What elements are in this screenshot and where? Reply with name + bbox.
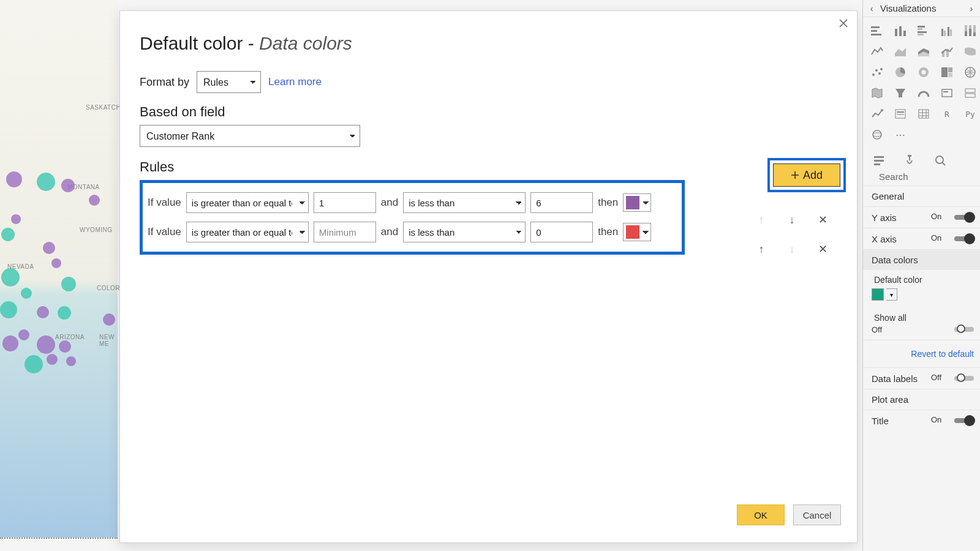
search-field[interactable]: Search: [879, 171, 975, 182]
visualizations-panel: ‹ Visualizations › R Py ⋯: [862, 0, 980, 551]
viz-clustered-column-icon[interactable]: [937, 22, 957, 39]
plus-icon: [791, 171, 799, 179]
viz-stacked-bar-icon[interactable]: [867, 22, 888, 39]
prop-data-colors[interactable]: Data colors: [863, 249, 980, 270]
prop-data-labels[interactable]: Data labels Off: [863, 367, 980, 389]
viz-map-icon[interactable]: [960, 64, 980, 81]
prop-general[interactable]: General: [863, 186, 980, 206]
svg-rect-19: [973, 32, 976, 36]
based-on-field-label: Based on field: [140, 104, 840, 120]
viz-python-icon[interactable]: Py: [960, 105, 980, 122]
viz-card-icon[interactable]: [937, 84, 957, 102]
svg-line-53: [942, 162, 945, 165]
viz-slicer-icon[interactable]: [890, 105, 911, 122]
toggle-x-axis[interactable]: On: [947, 233, 974, 244]
rule-move-down: ↓: [785, 242, 799, 256]
rule-move-up[interactable]: ↑: [755, 242, 768, 256]
viz-more-icon[interactable]: ⋯: [890, 126, 911, 143]
rule-value-2[interactable]: [530, 222, 593, 242]
and-label: and: [381, 226, 398, 238]
rule-value-1[interactable]: [314, 222, 376, 242]
rule-value-2[interactable]: [530, 192, 593, 213]
viz-donut-icon[interactable]: [913, 64, 934, 81]
toggle-data-labels[interactable]: Off: [947, 373, 974, 384]
viz-100-stacked-icon[interactable]: [960, 22, 980, 39]
and-label: and: [381, 197, 398, 209]
viz-table-icon[interactable]: [913, 105, 934, 122]
viz-gauge-icon[interactable]: [913, 84, 934, 102]
rules-label: Rules: [140, 159, 840, 175]
viz-combo-icon[interactable]: [937, 43, 957, 60]
rule-row: If value is greater than or equal to and…: [148, 217, 677, 247]
color-chip: [626, 196, 639, 209]
toggle-show-all[interactable]: [947, 324, 974, 335]
rule-operator-2[interactable]: is less than: [403, 192, 526, 213]
learn-more-link[interactable]: Learn more: [268, 76, 322, 88]
chevron-down-icon[interactable]: ▾: [886, 288, 897, 301]
default-color-picker[interactable]: ▾: [863, 285, 980, 307]
fields-pane-icon[interactable]: [873, 154, 885, 167]
analytics-pane-icon[interactable]: [934, 154, 946, 167]
svg-rect-50: [874, 163, 880, 165]
prop-x-axis[interactable]: X axis On: [863, 228, 980, 249]
viz-stacked-column-icon[interactable]: [890, 22, 911, 39]
panel-collapse-left[interactable]: ‹: [865, 4, 878, 13]
viz-pie-icon[interactable]: [890, 64, 911, 81]
viz-line-icon[interactable]: [867, 43, 888, 60]
ok-button[interactable]: OK: [737, 504, 785, 525]
map-label: COLOR: [97, 285, 120, 291]
prop-plot-area[interactable]: Plot area: [863, 389, 980, 410]
map-label: SASKATCH: [86, 104, 121, 111]
svg-rect-0: [871, 26, 880, 28]
viz-kpi-icon[interactable]: [867, 105, 888, 122]
then-label: then: [598, 226, 618, 238]
viz-funnel-icon[interactable]: [890, 84, 911, 102]
svg-rect-13: [950, 29, 952, 36]
rule-color-picker[interactable]: [623, 223, 651, 241]
viz-clustered-bar-icon[interactable]: [913, 22, 934, 39]
toggle-y-axis[interactable]: On: [947, 212, 974, 223]
svg-rect-44: [897, 114, 904, 115]
rule-operator-1[interactable]: is greater than or equal to: [186, 222, 309, 242]
pane-switcher: [863, 149, 980, 169]
based-on-field-select[interactable]: Customer Rank: [140, 125, 360, 147]
prop-y-axis[interactable]: Y axis On: [863, 206, 980, 228]
viz-r-script-icon[interactable]: R: [937, 105, 957, 122]
add-rule-button[interactable]: Add: [773, 163, 840, 187]
viz-treemap-icon[interactable]: [937, 64, 957, 81]
svg-point-31: [922, 70, 926, 75]
prop-title[interactable]: Title On: [863, 410, 980, 431]
revert-to-default[interactable]: Revert to default: [863, 340, 980, 367]
viz-scatter-icon[interactable]: [867, 64, 888, 81]
rule-delete[interactable]: ✕: [816, 213, 829, 227]
rule-value-1[interactable]: [314, 192, 376, 213]
rules-container-highlight: If value is greater than or equal to and…: [140, 180, 685, 255]
add-rule-highlight: Add: [767, 158, 846, 192]
svg-rect-4: [899, 26, 902, 36]
svg-rect-34: [948, 73, 952, 77]
map-label: NEW ME: [99, 334, 118, 347]
dialog-title-sub: Data colors: [259, 33, 352, 53]
toggle-title[interactable]: On: [947, 415, 974, 426]
panel-collapse-right[interactable]: ›: [965, 4, 978, 13]
svg-rect-5: [903, 31, 906, 36]
viz-multirow-card-icon[interactable]: [960, 84, 980, 102]
dialog-title: Default color - Data colors: [140, 33, 840, 54]
svg-rect-37: [942, 89, 952, 97]
viz-ribbon-icon[interactable]: [960, 43, 980, 60]
svg-rect-6: [918, 26, 925, 28]
prop-show-all[interactable]: Off: [863, 323, 980, 340]
rule-color-picker[interactable]: [623, 193, 651, 212]
cancel-button[interactable]: Cancel: [793, 504, 841, 525]
rule-move-down[interactable]: ↓: [785, 213, 799, 227]
format-by-select[interactable]: Rules: [197, 71, 261, 93]
rule-operator-2[interactable]: is less than: [403, 222, 526, 242]
viz-filled-map-icon[interactable]: [867, 84, 888, 102]
format-pane-icon[interactable]: [903, 154, 916, 167]
viz-globe-icon[interactable]: [867, 126, 888, 143]
rule-operator-1[interactable]: is greater than or equal to: [186, 192, 309, 213]
viz-area-icon[interactable]: [890, 43, 911, 60]
viz-stacked-area-icon[interactable]: [913, 43, 934, 60]
rule-delete[interactable]: ✕: [816, 242, 829, 256]
panel-header: ‹ Visualizations ›: [863, 0, 980, 17]
